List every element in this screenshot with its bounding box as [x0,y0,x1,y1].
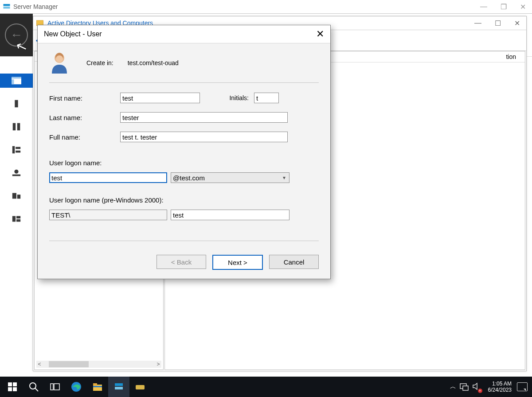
cancel-button[interactable]: Cancel [269,255,319,269]
taskbar-explorer[interactable] [87,377,108,397]
sidebar-item-all-servers[interactable] [0,120,33,134]
svg-rect-14 [17,195,20,198]
svg-rect-24 [13,382,17,386]
svg-rect-13 [12,193,16,199]
svg-rect-3 [12,77,21,79]
svg-rect-29 [51,384,53,390]
sidebar-item-adds[interactable] [0,143,33,157]
edge-icon [71,381,82,392]
clock-date: 6/24/2023 [488,387,512,393]
next-button[interactable]: Next > [212,255,263,270]
svg-rect-34 [93,386,102,387]
initials-label: Initials: [213,94,254,101]
create-in-path: test.com/test-ouad [128,59,179,66]
new-user-dialog: New Object - User ✕ Create in: test.com/… [37,25,331,279]
logon-domain-selected: @test.com [173,174,205,182]
server-manager-icon [3,3,11,11]
sm-minimize-button[interactable]: — [480,3,487,11]
sm-side-rail [0,71,33,379]
aduc-minimize-button[interactable]: — [474,19,481,27]
taskbar: ︿ × 1:05 AM 6/24/2023 [0,377,532,397]
svg-rect-12 [12,175,20,176]
sidebar-item-local[interactable] [0,97,33,111]
aduc-close-button[interactable]: ✕ [514,19,520,27]
legacy-domain-text: TEST\ [51,211,70,219]
legacy-logon-label: User logon name (pre-Windows 2000): [49,196,164,204]
svg-line-28 [35,388,38,391]
svg-rect-9 [16,147,20,149]
svg-rect-39 [463,386,468,390]
legacy-logon-input[interactable] [171,210,289,220]
svg-rect-36 [115,387,123,389]
scroll-thumb[interactable] [49,361,89,367]
search-icon [28,381,39,392]
dialog-titlebar: New Object - User ✕ [38,25,330,43]
folder-icon [92,381,103,392]
notifications-icon[interactable] [517,382,528,391]
svg-rect-30 [54,384,59,390]
back-button[interactable]: < Back [156,255,206,269]
svg-point-11 [14,170,18,174]
taskbar-app[interactable] [129,377,151,397]
full-name-input[interactable] [120,132,288,142]
svg-rect-8 [12,146,15,154]
search-button[interactable] [23,377,44,397]
dialog-close-button[interactable]: ✕ [313,29,327,39]
svg-rect-15 [12,216,16,222]
windows-icon [7,381,18,392]
svg-rect-0 [4,4,10,6]
sm-restore-button[interactable]: ❐ [501,3,507,11]
svg-point-27 [30,383,36,389]
svg-point-22 [56,55,63,62]
first-name-label: First name: [49,94,120,102]
sidebar-item-dns[interactable] [0,166,33,180]
initials-input[interactable] [254,93,279,103]
first-name-input[interactable] [120,93,200,103]
server-manager-taskbar-icon [113,381,124,392]
logon-domain-dropdown[interactable]: @test.com ▾ [171,172,289,183]
mute-badge-icon: × [478,389,482,393]
sm-close-button[interactable]: ✕ [520,3,526,11]
svg-rect-7 [17,123,20,131]
last-name-input[interactable] [120,112,288,123]
svg-rect-35 [115,383,123,386]
legacy-domain-box: TEST\ [49,210,167,220]
svg-rect-16 [16,216,20,219]
svg-rect-1 [4,7,10,9]
task-view-button[interactable] [44,377,66,397]
svg-rect-33 [93,383,97,385]
sidebar-item-other[interactable] [0,212,33,226]
svg-rect-23 [8,382,12,386]
network-icon[interactable] [460,383,469,391]
svg-rect-6 [13,123,16,131]
server-manager-titlebar: Server Manager — ❐ ✕ [0,0,532,14]
svg-rect-4 [12,79,14,84]
tray-chevron-icon[interactable]: ︿ [450,383,456,391]
svg-rect-37 [136,385,145,389]
aduc-restore-button[interactable]: ☐ [495,19,501,27]
scroll-right-icon[interactable]: > [155,361,161,367]
user-icon [49,51,70,74]
scroll-left-icon[interactable]: < [36,361,43,367]
app-icon [135,381,145,392]
dialog-title: New Object - User [44,30,102,38]
last-name-label: Last name: [49,114,120,121]
sidebar-item-dashboard[interactable] [0,74,33,88]
svg-rect-10 [16,151,20,153]
taskbar-server-manager[interactable] [108,377,129,397]
taskbar-edge[interactable] [66,377,87,397]
start-button[interactable] [2,377,23,397]
sidebar-item-file[interactable] [0,189,33,203]
server-manager-title: Server Manager [13,3,58,10]
aduc-tree-scrollbar[interactable]: < > [36,361,161,368]
logon-name-label: User logon name: [49,159,102,167]
sound-icon[interactable]: × [472,382,481,392]
taskbar-clock[interactable]: 1:05 AM 6/24/2023 [488,381,512,393]
logon-name-input[interactable] [49,172,167,183]
task-view-icon [50,381,60,392]
svg-rect-5 [15,100,18,108]
svg-rect-25 [8,387,12,391]
svg-rect-17 [16,219,20,222]
aduc-list-header-fragment: tion [506,53,525,60]
clock-time: 1:05 AM [488,381,512,387]
